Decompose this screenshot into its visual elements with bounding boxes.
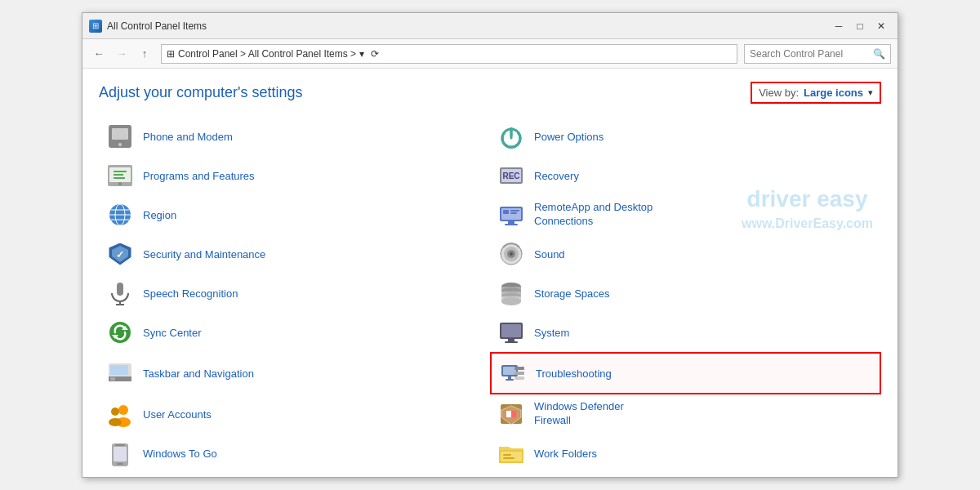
back-button[interactable]: ← <box>89 44 109 64</box>
svg-point-62 <box>118 405 128 415</box>
label-storage-spaces: Storage Spaces <box>534 287 610 300</box>
items-grid: Phone and Modem Power Options <box>99 117 881 473</box>
icon-phone-modem <box>105 122 135 151</box>
content-area: Adjust your computer's settings View by:… <box>82 69 898 477</box>
svg-rect-10 <box>114 174 123 176</box>
svg-rect-73 <box>115 444 125 446</box>
svg-rect-53 <box>110 365 128 375</box>
maximize-button[interactable]: □ <box>850 18 870 34</box>
view-by-selector[interactable]: View by: Large icons ▾ <box>751 82 881 104</box>
icon-windows-defender <box>497 399 526 429</box>
svg-rect-69 <box>511 411 516 417</box>
item-region[interactable]: Region <box>99 195 490 234</box>
label-windows-to-go: Windows To Go <box>143 448 217 460</box>
svg-rect-24 <box>503 210 509 214</box>
forward-button[interactable]: → <box>112 44 131 64</box>
label-remoteapp: RemoteApp and DesktopConnections <box>534 201 653 229</box>
svg-rect-56 <box>503 367 516 375</box>
svg-rect-22 <box>508 221 514 224</box>
address-icon: ⊞ <box>167 48 175 60</box>
icon-region <box>105 200 135 229</box>
svg-rect-61 <box>514 376 524 380</box>
item-programs-features[interactable]: Programs and Features <box>99 156 490 195</box>
label-speech-recognition: Speech Recognition <box>143 287 238 300</box>
label-work-folders: Work Folders <box>534 448 597 460</box>
svg-point-43 <box>501 297 521 305</box>
item-sound[interactable]: Sound <box>490 234 881 274</box>
icon-windows-to-go <box>105 439 135 468</box>
item-power-options[interactable]: Power Options <box>490 117 881 156</box>
view-by-arrow: ▾ <box>868 87 873 98</box>
svg-rect-11 <box>114 177 125 179</box>
item-sync-center[interactable]: Sync Center <box>99 313 490 352</box>
icon-troubleshooting <box>498 359 528 388</box>
item-system[interactable]: System <box>490 313 881 352</box>
search-box: 🔍 <box>744 44 891 64</box>
svg-rect-34 <box>117 283 123 296</box>
icon-security-maintenance: ✓ <box>105 239 135 269</box>
window-icon: ⊞ <box>89 20 102 33</box>
item-troubleshooting[interactable]: Troubleshooting <box>490 352 881 394</box>
up-button[interactable]: ↑ <box>135 44 154 64</box>
icon-storage-spaces <box>497 278 526 308</box>
item-windows-to-go[interactable]: Windows To Go <box>99 434 490 473</box>
item-user-accounts[interactable]: User Accounts <box>99 394 490 434</box>
item-phone-modem[interactable]: Phone and Modem <box>99 117 490 156</box>
label-windows-defender: Windows DefenderFirewall <box>534 400 624 428</box>
svg-rect-50 <box>505 341 518 343</box>
label-user-accounts: User Accounts <box>143 408 212 421</box>
svg-rect-72 <box>117 463 123 465</box>
icon-speech-recognition <box>105 278 135 308</box>
address-bar[interactable]: ⊞ Control Panel > All Control Panel Item… <box>161 44 737 64</box>
svg-rect-1 <box>112 128 128 140</box>
item-security-maintenance[interactable]: ✓ Security and Maintenance <box>99 234 490 274</box>
minimize-button[interactable]: ─ <box>829 18 849 34</box>
item-remoteapp[interactable]: RemoteApp and DesktopConnections <box>490 195 881 234</box>
svg-rect-54 <box>110 377 115 381</box>
icon-remoteapp <box>497 200 526 229</box>
svg-rect-58 <box>506 379 514 381</box>
svg-point-2 <box>118 143 122 146</box>
icon-user-accounts <box>105 399 135 429</box>
item-speech-recognition[interactable]: Speech Recognition <box>99 274 490 313</box>
svg-text:✓: ✓ <box>116 249 124 261</box>
icon-system <box>497 318 526 347</box>
view-by-label: View by: <box>759 87 799 99</box>
view-by-value: Large icons <box>804 87 863 99</box>
svg-text:REC: REC <box>502 172 519 180</box>
svg-rect-74 <box>501 452 522 461</box>
icon-work-folders <box>497 439 526 468</box>
address-refresh-btn[interactable]: ⟳ <box>371 48 379 60</box>
item-storage-spaces[interactable]: Storage Spaces <box>490 274 881 313</box>
svg-point-64 <box>111 408 119 416</box>
svg-rect-60 <box>514 372 524 375</box>
icon-programs-features <box>105 161 135 190</box>
svg-point-65 <box>109 418 122 426</box>
label-power-options: Power Options <box>534 131 604 143</box>
item-taskbar-navigation[interactable]: Taskbar and Navigation <box>99 352 490 394</box>
item-windows-defender[interactable]: Windows DefenderFirewall <box>490 394 881 434</box>
svg-rect-25 <box>510 210 519 212</box>
label-taskbar-navigation: Taskbar and Navigation <box>143 368 254 380</box>
icon-sound <box>497 239 526 269</box>
svg-rect-23 <box>505 224 518 225</box>
label-security-maintenance: Security and Maintenance <box>143 248 265 261</box>
label-region: Region <box>143 209 176 221</box>
main-content: Adjust your computer's settings View by:… <box>82 69 898 477</box>
title-bar: ⊞ All Control Panel Items ─ □ ✕ <box>82 13 898 39</box>
window-controls: ─ □ ✕ <box>829 18 891 34</box>
search-input[interactable] <box>750 48 873 60</box>
close-button[interactable]: ✕ <box>871 18 891 34</box>
label-phone-modem: Phone and Modem <box>143 131 233 143</box>
svg-rect-71 <box>114 447 127 461</box>
icon-power-options <box>497 122 526 151</box>
page-title: Adjust your computer's settings <box>99 84 303 101</box>
svg-point-33 <box>510 252 513 256</box>
item-recovery[interactable]: REC Recovery <box>490 156 881 195</box>
address-dropdown-btn[interactable]: ▾ <box>359 48 364 60</box>
search-icon: 🔍 <box>873 48 885 60</box>
window-title: All Control Panel Items <box>107 20 829 32</box>
main-window: ⊞ All Control Panel Items ─ □ ✕ ← → ↑ ⊞ … <box>82 12 898 478</box>
svg-point-8 <box>118 182 122 185</box>
item-work-folders[interactable]: Work Folders <box>490 434 881 473</box>
